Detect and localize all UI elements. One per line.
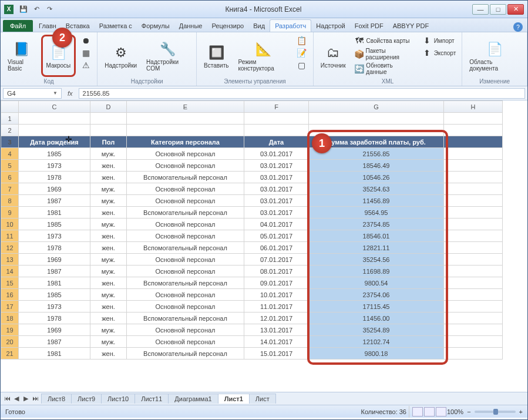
sheet-nav-last[interactable]: ⏭ (31, 395, 39, 402)
row-header[interactable]: 8 (1, 195, 19, 207)
cell[interactable]: Основной персонал (127, 266, 244, 277)
cell[interactable]: 04.01.2017 (244, 219, 309, 230)
cell[interactable]: Основной персонал (127, 230, 244, 242)
col-header-h[interactable]: H (444, 101, 503, 113)
sheet-nav-first[interactable]: ⏮ (3, 395, 11, 402)
cell[interactable]: муж. (90, 148, 127, 160)
row-header[interactable]: 21 (1, 348, 19, 359)
cell[interactable]: 03.01.2017 (244, 183, 309, 195)
cell[interactable]: 10546.26 (309, 172, 444, 183)
cell[interactable]: Вспомогательный персонал (127, 277, 244, 289)
cell[interactable]: жен. (90, 313, 127, 324)
cell[interactable]: муж. (90, 266, 127, 277)
cell[interactable]: 9564.95 (309, 207, 444, 219)
cell[interactable]: жен. (90, 242, 127, 254)
cell[interactable]: 1985 (19, 289, 90, 301)
cell[interactable]: 35254.89 (309, 324, 444, 336)
cell[interactable]: 13.01.2017 (244, 324, 309, 336)
cell[interactable]: жен. (90, 207, 127, 219)
cell[interactable]: 03.01.2017 (244, 195, 309, 207)
cell[interactable]: 35254.63 (309, 183, 444, 195)
sheet-tab[interactable]: Лист (249, 394, 276, 404)
cell[interactable]: 1973 (19, 160, 90, 172)
cell[interactable]: 1981 (19, 348, 90, 359)
cell[interactable]: Основной персонал (127, 148, 244, 160)
name-box[interactable]: G4 ▼ (3, 88, 62, 99)
row-header[interactable]: 19 (1, 324, 19, 336)
cell[interactable]: Вспомогательный персонал (127, 207, 244, 219)
cell[interactable]: муж. (90, 336, 127, 348)
tab-рецензиро[interactable]: Рецензиро (207, 20, 248, 32)
tab-foxit pdf[interactable]: Foxit PDF (350, 20, 388, 32)
cell[interactable]: 07.01.2017 (244, 254, 309, 266)
relative-ref-button[interactable]: ▦ (78, 47, 93, 59)
row-header[interactable]: 11 (1, 230, 19, 242)
cell[interactable]: 10.01.2017 (244, 289, 309, 301)
visual-basic-button[interactable]: 📘 Visual Basic (4, 35, 39, 77)
cell[interactable]: 17115.45 (309, 301, 444, 313)
cell[interactable]: 1973 (19, 301, 90, 313)
export-button[interactable]: ⬆Экспорт (419, 47, 459, 59)
com-addins-button[interactable]: 🔧 Надстройки COM (143, 35, 193, 77)
cell[interactable]: 05.01.2017 (244, 230, 309, 242)
row-header[interactable]: 15 (1, 277, 19, 289)
cell[interactable]: 09.01.2017 (244, 277, 309, 289)
cell[interactable]: Вспомогательный персонал (127, 172, 244, 183)
close-button[interactable]: ✕ (507, 4, 524, 15)
tab-формулы[interactable]: Формулы (137, 20, 174, 32)
row-header[interactable]: 9 (1, 207, 19, 219)
cell[interactable]: 23754.06 (309, 289, 444, 301)
cell[interactable]: 9800.18 (309, 348, 444, 359)
cell[interactable]: 14.01.2017 (244, 336, 309, 348)
tab-разметка с[interactable]: Разметка с (95, 20, 137, 32)
cell[interactable]: 18546.01 (309, 230, 444, 242)
cell[interactable]: жен. (90, 301, 127, 313)
redo-icon[interactable]: ↷ (44, 4, 55, 15)
cell[interactable]: Вспомогательный персонал (127, 313, 244, 324)
cell[interactable]: Вспомогательный персонал (127, 348, 244, 359)
cell[interactable]: 03.01.2017 (244, 148, 309, 160)
row-header[interactable]: 13 (1, 254, 19, 266)
cell[interactable]: жен. (90, 277, 127, 289)
col-header-f[interactable]: F (244, 101, 309, 113)
cell[interactable]: 1981 (19, 277, 90, 289)
cell[interactable]: 12102.74 (309, 336, 444, 348)
cell[interactable]: 1978 (19, 313, 90, 324)
cell[interactable]: 1985 (19, 219, 90, 230)
addins-button[interactable]: ⚙ Надстройки (101, 35, 140, 77)
cell[interactable]: 1987 (19, 266, 90, 277)
sheet-tab[interactable]: Диаграмма1 (168, 394, 218, 404)
table-header[interactable]: Дата (244, 136, 309, 148)
tab-разработч[interactable]: Разработч (270, 19, 311, 32)
cell[interactable]: жен. (90, 230, 127, 242)
cell[interactable]: 1985 (19, 148, 90, 160)
row-header[interactable]: 1 (1, 113, 19, 125)
cell[interactable]: 1987 (19, 195, 90, 207)
import-button[interactable]: ⬇Импорт (419, 35, 459, 46)
document-panel-button[interactable]: 📄 Область документа (466, 35, 523, 77)
sheet-nav-prev[interactable]: ◀ (12, 395, 21, 402)
cell[interactable]: муж. (90, 324, 127, 336)
cell[interactable]: Основной персонал (127, 254, 244, 266)
cell[interactable]: Основной персонал (127, 219, 244, 230)
cell[interactable]: Основной персонал (127, 336, 244, 348)
cell[interactable]: муж. (90, 254, 127, 266)
cell[interactable]: муж. (90, 219, 127, 230)
cell[interactable]: 1973 (19, 230, 90, 242)
zoom-out-button[interactable]: − (467, 408, 470, 415)
view-pagebreak-button[interactable] (436, 407, 446, 416)
row-header[interactable]: 2 (1, 125, 19, 136)
cell[interactable]: 9800.54 (309, 277, 444, 289)
table-header[interactable]: Категория персонала (127, 136, 244, 148)
tab-надстрой[interactable]: Надстрой (311, 20, 349, 32)
cell[interactable]: 11698.89 (309, 266, 444, 277)
minimize-button[interactable]: — (472, 4, 489, 15)
map-props-button[interactable]: 🗺Свойства карты (352, 35, 417, 46)
sheet-tab[interactable]: Лист9 (71, 394, 102, 404)
row-header[interactable]: 3 (1, 136, 19, 148)
cell[interactable]: 1978 (19, 172, 90, 183)
col-header-e[interactable]: E (127, 101, 244, 113)
cell[interactable]: муж. (90, 195, 127, 207)
cell[interactable]: Основной персонал (127, 301, 244, 313)
spreadsheet-grid[interactable]: C D E F G H 123 Дата рождения Пол Катего… (1, 100, 527, 392)
